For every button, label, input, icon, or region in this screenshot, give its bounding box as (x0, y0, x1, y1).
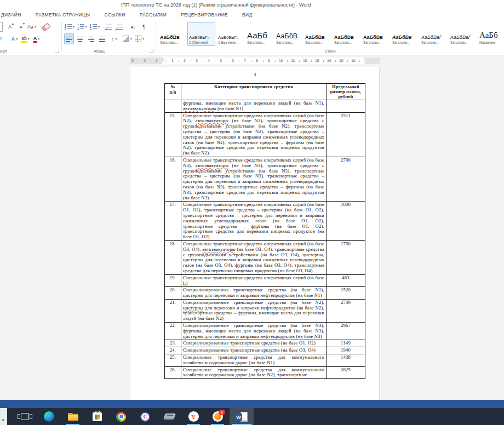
price-cell[interactable]: 2511 (327, 112, 365, 157)
align-right-button[interactable] (86, 33, 96, 44)
style-card[interactable]: АаБбВЗаголово... (274, 22, 302, 46)
price-cell[interactable]: 1030 (327, 202, 365, 241)
table-header-cell[interactable]: Предельный размер платы, рублей (327, 84, 365, 100)
ribbon-tab[interactable]: РЕЦЕНЗИРОВАНИЕ (174, 12, 235, 18)
highlight-color-button[interactable]: ab▼ (21, 33, 31, 44)
scanner-app-taskbar-button[interactable] (157, 408, 181, 425)
document-page[interactable]: 3 № п/пКатегория транспортного средстваП… (130, 67, 380, 400)
align-left-button[interactable] (64, 33, 74, 44)
price-cell[interactable]: 2625 (327, 366, 365, 379)
style-card[interactable]: АаБбВвГЗаголово... (449, 22, 477, 46)
font-size-combo[interactable]: ▼ (0, 22, 3, 32)
style-card[interactable]: АаБбВвЗаголово... (362, 22, 390, 46)
style-card[interactable]: АаБбНазвание (478, 22, 504, 46)
style-card[interactable]: АаБбЗаголово... (245, 22, 273, 46)
mail-agent-taskbar-button[interactable]: 2 (205, 408, 230, 425)
table-row: 18.Специальные транспортные средства опе… (165, 240, 365, 274)
category-cell[interactable]: Специальные транспортные средства операт… (181, 112, 327, 157)
category-cell[interactable]: Специальные транспортные средства операт… (181, 274, 327, 287)
price-cell[interactable]: 463 (327, 274, 365, 287)
ribbon-tab[interactable]: ВИД (235, 12, 259, 18)
grow-font-button[interactable]: А▲ (5, 21, 15, 32)
row-number-cell[interactable]: 21. (165, 299, 181, 322)
row-number-cell[interactable]: 17. (165, 202, 181, 241)
yandex-browser-taskbar-button[interactable] (181, 408, 205, 425)
category-cell[interactable]: Специализированные транспортные средства… (181, 340, 327, 347)
line-spacing-button[interactable]: ↕▼ (110, 33, 119, 44)
table-header-cell[interactable]: № п/п (165, 84, 181, 100)
bullet-list-button[interactable]: ▼ (64, 21, 76, 32)
row-number-cell[interactable]: 15. (165, 112, 181, 157)
price-cell[interactable]: 2739 (327, 299, 365, 322)
category-cell[interactable]: Специальные транспортные средства операт… (181, 240, 327, 274)
paragraph-dialog-launcher-icon[interactable] (149, 49, 153, 53)
increase-indent-button[interactable]: ▶ (115, 21, 125, 32)
borders-button[interactable]: ▼ (134, 33, 145, 44)
ribbon-tab[interactable]: РАССЫЛКИ (133, 12, 174, 18)
multilevel-list-button[interactable]: ▼ (89, 21, 101, 32)
price-cell[interactable]: 1750 (327, 240, 365, 274)
style-card[interactable]: АаБбВвГг,1 Без инте... (216, 22, 244, 46)
row-number-cell[interactable]: 20. (165, 287, 181, 300)
row-number-cell[interactable]: 24. (165, 347, 181, 354)
superscript-button[interactable]: x² (0, 33, 5, 44)
price-cell[interactable]: 1149 (327, 340, 365, 347)
row-number-cell[interactable]: 18. (165, 240, 181, 274)
ribbon-tab[interactable]: РАЗМЕТКА СТРАНИЦЫ (28, 12, 98, 18)
row-number-cell[interactable]: 25. (165, 354, 181, 367)
price-cell[interactable]: 1940 (327, 347, 365, 354)
style-card[interactable]: АаБбВвЗаголово... (333, 22, 360, 46)
category-cell[interactable]: фургоны, имеющие места для перевозки люд… (181, 100, 327, 113)
show-marks-button[interactable]: ¶ (139, 21, 149, 32)
price-cell[interactable]: 2700 (327, 157, 365, 201)
ribbon-tab[interactable]: ССЫЛКИ (97, 12, 132, 18)
clear-formatting-button[interactable] (41, 21, 51, 32)
category-cell[interactable]: Специализированные транспортные средства… (181, 287, 327, 300)
align-center-button[interactable] (75, 33, 85, 44)
row-number-cell[interactable]: 16. (165, 157, 181, 201)
font-dialog-launcher-icon[interactable] (55, 49, 59, 53)
category-cell[interactable]: Специализированные транспортные средства… (181, 323, 327, 340)
row-number-cell[interactable]: 23. (165, 340, 181, 347)
desktop-edge-sliver[interactable] (0, 408, 7, 425)
price-cell[interactable] (327, 100, 365, 113)
row-number-cell[interactable]: 26. (165, 366, 181, 379)
row-number-cell[interactable]: 22. (165, 323, 181, 340)
shrink-font-button[interactable]: А▼ (16, 21, 26, 32)
text-effects-button[interactable]: А▼ (10, 33, 20, 44)
row-number-cell[interactable] (165, 100, 181, 113)
decrease-indent-button[interactable]: ◀ (104, 21, 114, 32)
chrome-taskbar-button[interactable] (109, 408, 133, 425)
shading-button[interactable]: ▼ (122, 33, 133, 44)
word-taskbar-button[interactable] (230, 408, 254, 425)
style-label: 1 Обычный (188, 40, 215, 45)
price-cell[interactable]: 2967 (327, 323, 365, 340)
style-card[interactable]: АаБбВвЗаголово... (391, 22, 419, 46)
price-cell[interactable]: 1520 (327, 287, 365, 300)
category-cell[interactable]: Специальные транспортные средства для ко… (181, 366, 327, 379)
file-explorer-taskbar-button[interactable] (61, 408, 85, 425)
font-color-button[interactable]: А▼ (32, 33, 42, 44)
style-card[interactable]: АаБбВвЗаголово... (158, 22, 186, 46)
sort-button[interactable]: А↓ (128, 21, 138, 32)
ribbon-tab[interactable]: ДИЗАЙН (0, 12, 28, 18)
style-card[interactable]: АаБбВвГЗаголово... (420, 22, 448, 46)
change-case-button[interactable]: Аа▼ (27, 21, 37, 32)
style-card[interactable]: АаБбВвЗаголово... (303, 22, 331, 46)
category-cell[interactable]: Специальные транспортные средства операт… (181, 157, 327, 201)
price-cell[interactable]: 1438 (327, 354, 365, 367)
category-cell[interactable]: Специальные транспортные средства для ко… (181, 354, 327, 367)
microsoft-store-taskbar-button[interactable] (85, 408, 109, 425)
table-header-cell[interactable]: Категория транспортного средства (181, 84, 327, 100)
task-view-taskbar-button[interactable] (13, 408, 37, 425)
category-cell[interactable]: Специальные транспортные средства операт… (181, 202, 327, 241)
contour-app-taskbar-button[interactable] (133, 408, 157, 425)
numbered-list-button[interactable]: ▼ (77, 21, 88, 32)
category-cell[interactable]: Специализированные транспортные средства… (181, 347, 327, 354)
justify-button[interactable] (97, 33, 107, 44)
chevron-down-icon: ▼ (142, 37, 145, 41)
style-card[interactable]: АаБбВвГг,1 Обычный (187, 22, 215, 46)
category-cell[interactable]: Специализированные транспортные средства… (181, 299, 327, 322)
row-number-cell[interactable]: 19. (165, 274, 181, 287)
edge-taskbar-button[interactable] (37, 408, 61, 425)
